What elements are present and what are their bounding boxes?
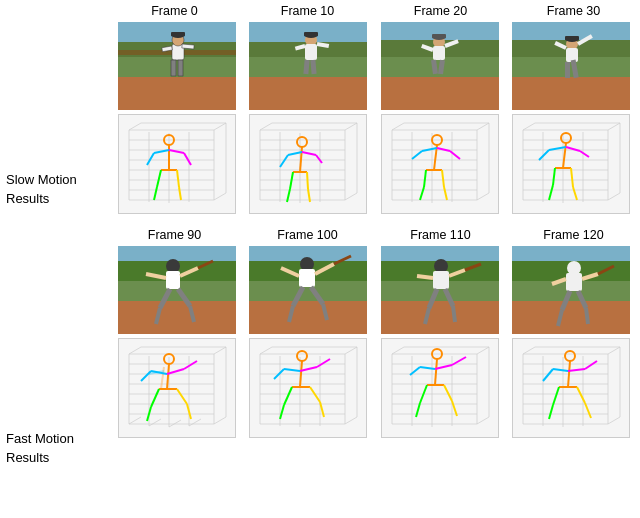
fast-motion-photos — [108, 244, 640, 336]
skeleton-frame-0 — [118, 114, 236, 214]
svg-line-330 — [553, 369, 568, 371]
skeleton-frame-110 — [381, 338, 499, 438]
svg-line-246 — [184, 361, 197, 369]
svg-rect-42 — [566, 48, 578, 62]
svg-line-64 — [214, 193, 226, 200]
svg-line-75 — [177, 170, 179, 187]
svg-line-130 — [450, 151, 460, 159]
svg-rect-28 — [381, 77, 499, 110]
svg-line-236 — [149, 419, 161, 426]
svg-line-156 — [549, 147, 566, 150]
svg-rect-48 — [565, 36, 579, 40]
svg-line-325 — [608, 417, 620, 424]
svg-line-238 — [189, 419, 201, 426]
photo-frame-0 — [118, 22, 236, 110]
svg-line-127 — [422, 148, 437, 151]
svg-rect-170 — [166, 271, 180, 289]
svg-line-331 — [568, 369, 585, 371]
svg-line-163 — [549, 185, 553, 200]
svg-line-104 — [307, 172, 308, 189]
svg-line-245 — [141, 371, 151, 381]
frame-header-10: Frame 10 — [248, 4, 368, 18]
svg-line-157 — [566, 147, 580, 151]
svg-line-249 — [177, 389, 187, 404]
svg-line-77 — [179, 187, 181, 200]
svg-rect-18 — [305, 44, 317, 60]
svg-point-155 — [561, 133, 571, 143]
svg-line-101 — [316, 155, 322, 163]
svg-line-72 — [184, 153, 191, 165]
svg-line-158 — [539, 150, 549, 160]
svg-line-333 — [585, 361, 597, 369]
skeleton-frame-20 — [381, 114, 499, 214]
svg-line-197 — [417, 276, 433, 278]
svg-line-328 — [568, 361, 570, 387]
svg-line-69 — [154, 150, 169, 153]
content-column: Frame 0 Frame 10 Frame 20 Frame 30 — [108, 0, 640, 518]
svg-point-97 — [297, 137, 307, 147]
photo-frame-20 — [381, 22, 499, 110]
fast-motion-label: Fast MotionResults — [6, 430, 74, 466]
svg-line-134 — [420, 187, 424, 200]
svg-line-235 — [129, 417, 141, 424]
fast-motion-section: Frame 90 Frame 100 Frame 110 Frame 120 — [108, 224, 640, 440]
svg-line-307 — [444, 385, 452, 401]
svg-line-120 — [392, 123, 404, 130]
skeleton-frame-120 — [512, 338, 630, 438]
svg-rect-36 — [432, 34, 446, 38]
skeleton-frame-10 — [249, 114, 367, 214]
svg-line-296 — [477, 417, 489, 424]
photo-frame-100 — [249, 246, 367, 334]
svg-line-231 — [214, 347, 226, 354]
svg-line-76 — [154, 187, 157, 200]
svg-rect-181 — [249, 301, 367, 334]
slow-motion-section: Frame 0 Frame 10 Frame 20 Frame 30 — [108, 0, 640, 216]
frame-header-90: Frame 90 — [115, 228, 235, 242]
photo-frame-90 — [118, 246, 236, 334]
svg-line-99 — [302, 152, 316, 155]
fast-motion-skeletons — [108, 336, 640, 440]
svg-line-203 — [453, 306, 455, 322]
svg-line-267 — [345, 417, 357, 424]
frame-header-110: Frame 110 — [381, 228, 501, 242]
svg-rect-16 — [249, 77, 367, 110]
svg-line-266 — [345, 347, 357, 354]
svg-line-100 — [280, 155, 288, 167]
svg-line-232 — [214, 417, 226, 424]
svg-line-135 — [444, 187, 447, 200]
svg-line-332 — [543, 369, 553, 381]
skeleton-frame-30 — [512, 114, 630, 214]
main-container: Slow MotionResults Fast MotionResults Fr… — [0, 0, 640, 518]
svg-line-337 — [549, 405, 553, 419]
svg-line-335 — [553, 387, 559, 405]
frame-header-0: Frame 0 — [115, 4, 235, 18]
frame-header-100: Frame 100 — [248, 228, 368, 242]
slow-motion-label: Slow MotionResults — [6, 171, 77, 207]
svg-line-272 — [284, 369, 300, 371]
svg-line-308 — [416, 403, 420, 417]
svg-line-133 — [442, 170, 444, 187]
svg-line-277 — [284, 387, 292, 405]
svg-rect-207 — [512, 301, 630, 334]
photo-frame-10 — [249, 22, 367, 110]
svg-line-149 — [523, 123, 535, 130]
svg-line-294 — [392, 347, 404, 354]
svg-line-323 — [523, 347, 535, 354]
frame-header-120: Frame 120 — [514, 228, 634, 242]
fast-motion-frame-headers: Frame 90 Frame 100 Frame 110 Frame 120 — [108, 224, 640, 244]
svg-point-271 — [297, 351, 307, 361]
svg-line-164 — [573, 187, 577, 200]
section-divider — [108, 216, 640, 224]
svg-line-244 — [167, 369, 184, 374]
svg-rect-40 — [512, 77, 630, 110]
svg-line-93 — [345, 193, 357, 200]
svg-line-237 — [169, 420, 181, 427]
svg-line-122 — [477, 193, 489, 200]
skeleton-frame-90 — [118, 338, 236, 438]
svg-line-62 — [129, 123, 141, 130]
svg-line-70 — [169, 150, 184, 153]
svg-line-91 — [260, 123, 272, 130]
svg-line-132 — [424, 170, 426, 187]
svg-line-161 — [553, 168, 555, 185]
slow-motion-photos — [108, 20, 640, 112]
